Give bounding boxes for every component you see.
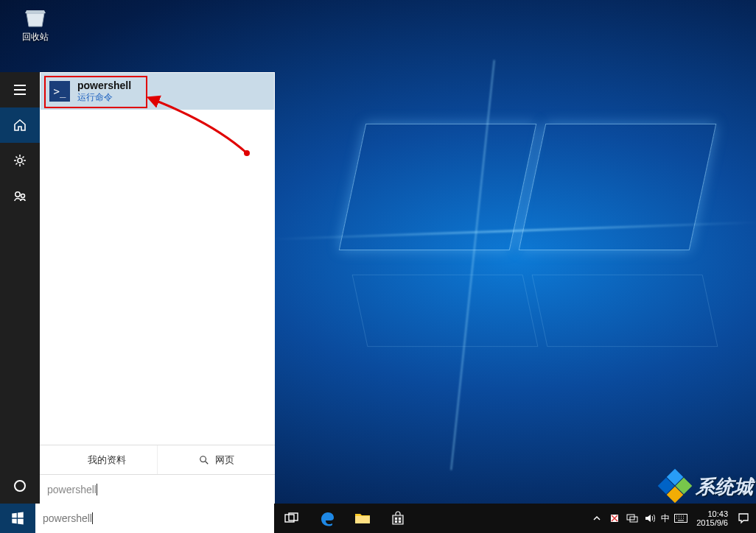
scope-my-stuff-label: 我的资料 — [88, 453, 126, 467]
action-center-button[interactable] — [737, 512, 750, 525]
best-match-title: powershell — [77, 80, 131, 91]
windows-icon — [11, 512, 24, 525]
store-icon — [391, 511, 405, 526]
tray-time: 10:43 — [696, 509, 728, 518]
svg-point-1 — [15, 192, 20, 197]
tray-chevron-up-icon[interactable] — [590, 512, 603, 525]
tray-date: 2015/9/6 — [696, 518, 728, 527]
tray-security-icon[interactable] — [608, 512, 621, 525]
recycle-bin-label: 回收站 — [13, 31, 57, 43]
best-match-text: powershell 运行命令 — [77, 80, 131, 104]
home-tab[interactable] — [0, 107, 40, 143]
wallpaper-pane — [352, 275, 539, 347]
best-match-result[interactable]: >_ powershell 运行命令 — [41, 73, 274, 110]
svg-rect-10 — [395, 520, 397, 523]
svg-point-2 — [21, 194, 25, 198]
desktop-root: 回收站 >_ powershell — [0, 0, 756, 533]
search-scope-row: 我的资料 网页 — [40, 445, 275, 474]
watermark: 系统城 — [660, 471, 753, 502]
scope-web-label: 网页 — [215, 453, 234, 467]
taskbar-search-box[interactable]: powershell — [35, 504, 274, 533]
recycle-bin[interactable]: 回收站 — [13, 6, 57, 43]
watermark-logo — [660, 471, 691, 502]
windows-icon — [71, 455, 82, 465]
svg-rect-11 — [399, 520, 401, 523]
task-view-button[interactable] — [274, 504, 309, 533]
taskbar-search-text: powershell — [43, 512, 92, 524]
search-panel: >_ powershell 运行命令 我的资料 网页 power — [0, 72, 275, 504]
text-caret — [92, 512, 93, 524]
taskview-icon — [284, 512, 299, 524]
feedback-tab[interactable] — [0, 178, 40, 213]
svg-rect-8 — [395, 518, 397, 520]
wallpaper-pane — [519, 124, 717, 250]
tray-network-icon[interactable] — [626, 512, 639, 525]
best-match-subtitle: 运行命令 — [77, 91, 131, 104]
search-sidebar — [0, 72, 40, 504]
edge-button[interactable] — [309, 504, 345, 533]
edge-icon — [319, 510, 335, 526]
hamburger-button[interactable] — [0, 72, 40, 107]
folder-icon — [354, 512, 371, 525]
settings-tab[interactable] — [0, 143, 40, 178]
scope-my-stuff[interactable]: 我的资料 — [40, 445, 157, 474]
search-input-row[interactable]: powershell — [40, 474, 275, 504]
watermark-text: 系统城 — [696, 474, 753, 500]
taskbar-left: powershell — [0, 504, 274, 533]
taskbar: powershell — [0, 504, 756, 533]
cortana-tab[interactable] — [0, 468, 40, 504]
svg-rect-9 — [399, 518, 401, 520]
start-button[interactable] — [0, 504, 35, 533]
recycle-bin-icon — [21, 6, 50, 29]
system-tray: 中 10:43 2015/9/6 — [590, 504, 756, 533]
wallpaper-beam — [450, 60, 496, 470]
search-icon — [199, 455, 209, 465]
svg-point-0 — [18, 158, 22, 163]
file-explorer-button[interactable] — [345, 504, 380, 533]
tray-clock[interactable]: 10:43 2015/9/6 — [692, 509, 732, 527]
search-results-area: >_ powershell 运行命令 我的资料 网页 power — [40, 72, 275, 504]
tray-volume-icon[interactable] — [643, 512, 657, 525]
svg-point-3 — [15, 481, 25, 491]
scope-web[interactable]: 网页 — [157, 445, 275, 474]
svg-point-4 — [200, 456, 206, 462]
wallpaper-pane — [532, 275, 718, 347]
store-button[interactable] — [380, 504, 416, 533]
taskbar-pinned — [274, 504, 416, 533]
tray-ime-indicator[interactable]: 中 — [661, 512, 670, 525]
tray-keyboard-icon[interactable] — [674, 512, 687, 525]
powershell-icon: >_ — [49, 81, 70, 102]
